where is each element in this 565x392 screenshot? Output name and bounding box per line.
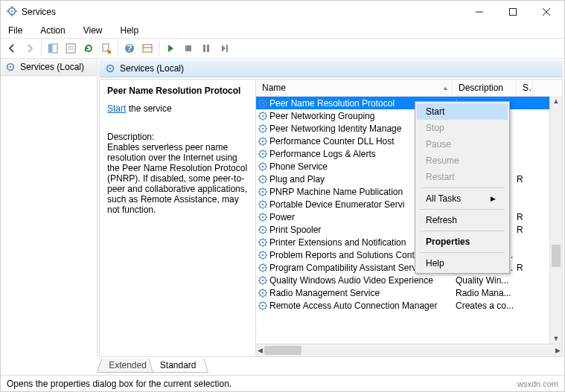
service-description: Radio Mana... xyxy=(453,288,517,298)
stop-service-button[interactable] xyxy=(180,40,197,57)
restart-service-button[interactable] xyxy=(216,40,232,57)
forward-button[interactable] xyxy=(22,40,38,57)
service-status: R xyxy=(517,212,533,222)
service-row[interactable]: Problem Reports and Solutions Control Pa… xyxy=(256,248,562,261)
gear-icon xyxy=(256,212,269,222)
start-link[interactable]: Start xyxy=(107,103,126,114)
properties-button[interactable] xyxy=(63,40,79,57)
export-list-button[interactable] xyxy=(98,40,115,57)
menu-view[interactable]: View xyxy=(80,24,106,37)
toolbar: ? xyxy=(1,38,564,59)
svg-point-109 xyxy=(262,203,264,205)
svg-rect-20 xyxy=(185,45,191,51)
window-title: Services xyxy=(17,7,462,17)
horizontal-scrollbar[interactable]: ◀ ▶ xyxy=(256,344,562,356)
service-row[interactable]: Remote Access Auto Connection ManagerCre… xyxy=(256,299,562,312)
service-row[interactable]: Peer Networking Groupingis mul... xyxy=(256,109,562,122)
svg-line-194 xyxy=(260,302,261,303)
gear-icon xyxy=(256,275,269,286)
column-status[interactable]: S xyxy=(517,80,533,96)
start-service-button[interactable] xyxy=(162,40,179,57)
ctx-stop: Stop xyxy=(417,120,508,136)
svg-line-124 xyxy=(260,213,261,214)
service-row[interactable]: Peer Networking Identity Managees ide... xyxy=(256,122,562,135)
service-row[interactable]: Portable Device Enumerator Servies gr... xyxy=(256,198,562,211)
svg-line-95 xyxy=(265,181,266,182)
ctx-properties[interactable]: Properties xyxy=(417,234,508,250)
service-row[interactable]: Phone Servicees th... xyxy=(256,160,562,173)
maximize-button[interactable] xyxy=(496,1,529,22)
show-hide-tree-button[interactable] xyxy=(45,40,61,57)
scroll-right-icon[interactable]: ▶ xyxy=(555,347,561,354)
svg-line-84 xyxy=(260,163,261,164)
column-description[interactable]: Description xyxy=(453,80,517,96)
scroll-left-icon[interactable]: ◀ xyxy=(258,347,263,354)
service-row[interactable]: Performance Counter DLL Hostis rem... xyxy=(256,135,562,147)
detail-desc-text: Enables serverless peer name resolution … xyxy=(107,142,248,215)
svg-line-85 xyxy=(265,169,266,170)
svg-line-67 xyxy=(265,138,266,138)
tab-standard[interactable]: Standard xyxy=(148,359,208,373)
svg-point-129 xyxy=(262,228,264,231)
svg-line-37 xyxy=(265,100,266,100)
svg-line-186 xyxy=(260,295,261,296)
svg-line-165 xyxy=(265,270,266,271)
ctx-start[interactable]: Start xyxy=(417,103,508,120)
service-row[interactable]: Quality Windows Audio Video ExperienceQu… xyxy=(256,274,562,286)
refresh-button[interactable] xyxy=(80,40,97,57)
vscroll-thumb[interactable] xyxy=(552,245,561,267)
gear-icon xyxy=(256,225,269,235)
service-row[interactable]: PNRP Machine Name Publicationvice ... xyxy=(256,185,562,198)
svg-line-86 xyxy=(260,169,261,170)
status-text: Opens the properties dialog box for the … xyxy=(7,379,232,389)
column-name[interactable]: Name▴ xyxy=(256,80,453,96)
svg-line-187 xyxy=(265,289,266,290)
menu-action[interactable]: Action xyxy=(37,24,68,37)
svg-line-174 xyxy=(260,277,261,277)
service-row[interactable]: Plug and Playis a c...R xyxy=(256,173,562,185)
svg-line-184 xyxy=(260,289,261,290)
svg-line-156 xyxy=(260,257,261,258)
pause-service-button[interactable] xyxy=(198,40,214,57)
svg-line-137 xyxy=(265,226,266,227)
svg-line-115 xyxy=(265,207,266,208)
content-header: Services (Local) xyxy=(99,60,563,77)
help-button[interactable]: ? xyxy=(121,40,138,57)
gear-icon xyxy=(256,149,269,159)
ctx-refresh[interactable]: Refresh xyxy=(417,212,508,228)
close-button[interactable] xyxy=(529,1,563,22)
ctx-help[interactable]: Help xyxy=(417,255,508,271)
svg-rect-11 xyxy=(52,44,57,53)
svg-rect-18 xyxy=(143,45,152,52)
vertical-scrollbar[interactable]: ▲ ▼ xyxy=(549,96,562,344)
menu-help[interactable]: Help xyxy=(118,24,142,37)
svg-line-45 xyxy=(265,118,266,119)
service-row[interactable]: Poweres p...R xyxy=(256,211,562,223)
tree-root-label: Services (Local) xyxy=(20,62,84,72)
gear-icon xyxy=(256,301,269,311)
tree-root-item[interactable]: Services (Local) xyxy=(1,59,97,76)
svg-line-77 xyxy=(265,150,266,151)
svg-line-144 xyxy=(260,239,261,240)
gear-icon xyxy=(256,136,269,147)
menu-file[interactable]: File xyxy=(5,24,25,37)
svg-line-177 xyxy=(265,277,266,277)
scroll-down-icon[interactable]: ▼ xyxy=(553,335,560,342)
service-row[interactable]: Radio Management ServiceRadio Mana... xyxy=(256,286,562,299)
hscroll-thumb[interactable] xyxy=(264,346,301,355)
service-row[interactable]: Performance Logs & Alertsmanc... xyxy=(256,147,562,160)
svg-rect-10 xyxy=(48,44,51,53)
scroll-up-icon[interactable]: ▲ xyxy=(553,97,560,105)
detail-action-suffix: the service xyxy=(126,103,171,114)
service-row[interactable]: Program Compatibility Assistant ServiceT… xyxy=(256,261,562,274)
service-row[interactable]: Peer Name Resolution Protocolis serv... xyxy=(256,97,562,109)
back-button[interactable] xyxy=(4,40,20,57)
service-row[interactable]: Printer Extensions and Notificationvice … xyxy=(256,236,562,248)
svg-point-169 xyxy=(262,279,264,281)
svg-point-39 xyxy=(262,115,264,117)
minimize-button[interactable] xyxy=(462,1,496,22)
service-row[interactable]: Print Spoolervice ...R xyxy=(256,223,562,236)
ctx-all-tasks[interactable]: All Tasks▶ xyxy=(417,190,508,207)
toolbar-icon[interactable] xyxy=(139,40,156,57)
service-status: R xyxy=(517,263,533,273)
